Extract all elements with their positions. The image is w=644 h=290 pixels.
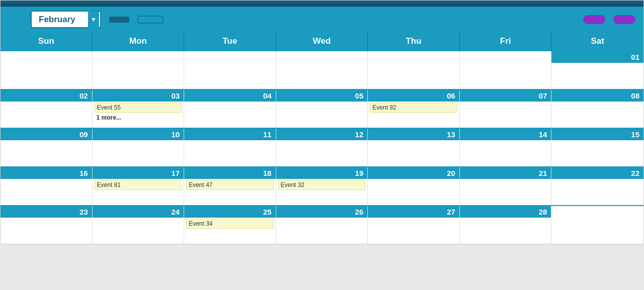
day-events: [184, 102, 276, 128]
day-events: [276, 102, 368, 128]
more-events-link[interactable]: 1 more...: [95, 114, 182, 122]
calendar-body: 010203Event 551 more...040506Event 92070…: [1, 50, 643, 244]
calendar-header-cell: Tue: [184, 32, 276, 50]
day-number: 04: [184, 90, 276, 102]
event-item[interactable]: Event 55: [95, 103, 182, 113]
day-events: [93, 140, 184, 166]
calendar-day: 16: [1, 167, 93, 205]
day-number: 16: [1, 167, 92, 179]
calendar-day: 19Event 32: [276, 167, 368, 205]
calendar-header-cell: Sat: [551, 32, 643, 50]
calendar-day: [1, 51, 93, 89]
calendar-day: 11: [184, 129, 276, 166]
day-number: 11: [184, 129, 276, 140]
calendar-day: 08: [551, 90, 643, 128]
day-events: [184, 63, 276, 89]
day-events: [551, 102, 643, 128]
calendar-day: [93, 51, 185, 89]
calendar-day: 23: [1, 206, 93, 244]
event-item[interactable]: Event 81: [95, 180, 182, 190]
calendar-day: 27: [368, 206, 460, 244]
day-events: [1, 218, 92, 244]
calendar-day: 14: [460, 129, 552, 166]
calendar-day: [551, 206, 643, 244]
day-events: [368, 140, 459, 166]
day-events: [551, 179, 643, 205]
day-events: [1, 140, 92, 166]
calendar: SunMonTueWedThuFriSat 010203Event 551 mo…: [1, 32, 643, 244]
calendar-day: 05: [276, 90, 368, 128]
top-bar: [1, 1, 643, 7]
day-number: 12: [276, 129, 368, 140]
event-item[interactable]: Event 47: [186, 180, 274, 190]
calendar-header: SunMonTueWedThuFriSat: [1, 32, 643, 50]
calendar-week: 09101112131415: [1, 128, 643, 166]
calendar-day: 26: [276, 206, 368, 244]
day-number: 09: [1, 129, 92, 140]
calendar-week: 1617Event 8118Event 4719Event 32202122: [1, 166, 643, 205]
day-number: 17: [93, 167, 184, 179]
calendar-week: 0203Event 551 more...040506Event 920708: [1, 89, 643, 128]
day-number: 23: [1, 206, 92, 218]
day-number: 22: [551, 167, 643, 179]
calendar-day: 07: [460, 90, 552, 128]
day-events: [551, 63, 643, 89]
calendar-header-cell: Fri: [460, 32, 552, 50]
day-events: [276, 63, 368, 89]
calendar-day: [368, 51, 460, 89]
day-number: 14: [460, 129, 551, 140]
day-events: Event 551 more...: [93, 102, 184, 128]
day-number: 05: [276, 90, 368, 102]
day-number: 19: [276, 167, 368, 179]
calendar-day: [184, 51, 276, 89]
day-number: 03: [93, 90, 184, 102]
day-events: [1, 102, 92, 128]
event-item[interactable]: Event 92: [370, 103, 457, 113]
calendar-day: 15: [551, 129, 643, 166]
day-number: 27: [368, 206, 459, 218]
toolbar: February January March April May June Ju…: [1, 7, 643, 32]
add-new-button[interactable]: [583, 15, 605, 24]
calendar-day: 02: [1, 90, 93, 128]
day-number: 07: [460, 90, 551, 102]
year-label: [109, 17, 129, 23]
calendar-day: 17Event 81: [93, 167, 185, 205]
day-events: Event 81: [93, 179, 184, 205]
day-events: [551, 218, 643, 244]
calendar-day: 20: [368, 167, 460, 205]
calendar-day: 03Event 551 more...: [93, 90, 185, 128]
day-events: Event 34: [184, 218, 276, 244]
calendar-day: 12: [276, 129, 368, 166]
event-item[interactable]: Event 32: [278, 180, 366, 190]
calendar-header-cell: Mon: [93, 32, 185, 50]
calendar-day: 21: [460, 167, 552, 205]
show-events-button[interactable]: [613, 15, 635, 24]
day-number: 24: [93, 206, 184, 218]
day-events: [460, 218, 551, 244]
calendar-day: [460, 51, 552, 89]
day-number: 26: [276, 206, 368, 218]
month-select[interactable]: February January March April May June Ju…: [31, 11, 101, 28]
day-events: [184, 140, 276, 166]
calendar-day: 24: [93, 206, 185, 244]
day-number: 13: [368, 129, 459, 140]
day-events: [460, 179, 551, 205]
month-select-wrapper: February January March April May June Ju…: [31, 11, 101, 28]
day-events: [1, 63, 92, 89]
day-number: 21: [460, 167, 551, 179]
calendar-day: 25Event 34: [184, 206, 276, 244]
calendar-header-cell: Wed: [276, 32, 368, 50]
day-number: 02: [1, 90, 92, 102]
day-events: [460, 63, 551, 89]
day-number: 08: [551, 90, 643, 102]
day-number: 06: [368, 90, 459, 102]
day-events: [368, 218, 459, 244]
calendar-header-cell: Sun: [1, 32, 93, 50]
calendar-day: 18Event 47: [184, 167, 276, 205]
calendar-week: 232425Event 34262728: [1, 205, 643, 244]
month-label: [9, 17, 23, 23]
calendar-day: 13: [368, 129, 460, 166]
day-number: 18: [184, 167, 276, 179]
event-item[interactable]: Event 34: [186, 219, 274, 229]
day-number: 28: [460, 206, 551, 218]
